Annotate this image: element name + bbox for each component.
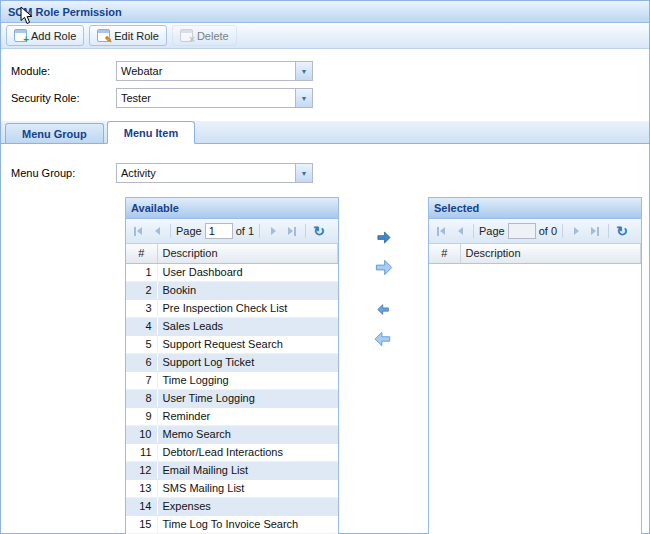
row-number-cell[interactable]: 9: [126, 407, 157, 425]
chevron-down-icon: ▼: [301, 95, 308, 102]
prev-page-button[interactable]: [452, 222, 468, 240]
remove-all-button[interactable]: [371, 327, 395, 351]
last-page-icon: [591, 227, 596, 235]
toolbar-separator: [305, 224, 306, 238]
row-description-cell[interactable]: Time Logging: [157, 371, 338, 389]
grid-row[interactable]: 14Expenses: [126, 497, 338, 515]
prev-page-icon: [458, 227, 463, 235]
row-number-cell[interactable]: 5: [126, 335, 157, 353]
menu-group-combo-trigger[interactable]: ▼: [295, 164, 312, 182]
security-role-label: Security Role:: [11, 92, 116, 104]
refresh-button[interactable]: ↻: [311, 222, 327, 240]
add-all-button[interactable]: [371, 255, 395, 279]
row-number-cell[interactable]: 11: [126, 443, 157, 461]
menu-group-combo[interactable]: Activity ▼: [116, 163, 313, 183]
security-role-combo-trigger[interactable]: ▼: [295, 89, 312, 107]
grid-row[interactable]: 7Time Logging: [126, 371, 338, 389]
next-page-button[interactable]: [568, 222, 584, 240]
row-number-cell[interactable]: 1: [126, 263, 157, 281]
toolbar-separator: [473, 224, 474, 238]
row-description-cell[interactable]: User Time Logging: [157, 389, 338, 407]
row-description-cell[interactable]: Expenses: [157, 497, 338, 515]
prev-page-button[interactable]: [149, 222, 165, 240]
page-of-label: of 0: [539, 225, 557, 237]
grid-row[interactable]: 12Email Mailing List: [126, 461, 338, 479]
module-combo[interactable]: Webatar ▼: [116, 61, 313, 81]
arrow-left-icon: [377, 303, 390, 316]
remove-selected-button[interactable]: [371, 297, 395, 321]
row-number-cell[interactable]: 6: [126, 353, 157, 371]
grid-row[interactable]: 2Bookin: [126, 281, 338, 299]
column-header-description[interactable]: Description: [460, 244, 641, 263]
row-number-cell[interactable]: 4: [126, 317, 157, 335]
last-page-button[interactable]: [587, 222, 603, 240]
add-role-button[interactable]: + Add Role: [6, 25, 84, 46]
next-page-icon: [574, 227, 579, 235]
module-combo-value: Webatar: [117, 62, 295, 80]
row-description-cell[interactable]: SMS Mailing List: [157, 479, 338, 497]
grid-row[interactable]: 5Support Request Search: [126, 335, 338, 353]
toolbar-separator: [259, 224, 260, 238]
row-number-cell[interactable]: 10: [126, 425, 157, 443]
pencil-icon: ✎: [105, 35, 113, 45]
row-description-cell[interactable]: User Dashboard: [157, 263, 338, 281]
row-number-cell[interactable]: 8: [126, 389, 157, 407]
module-combo-trigger[interactable]: ▼: [295, 62, 312, 80]
delete-icon: ×: [180, 29, 193, 42]
grid-row[interactable]: 8User Time Logging: [126, 389, 338, 407]
edit-role-button[interactable]: ✎ Edit Role: [89, 25, 167, 46]
add-role-icon: +: [14, 29, 27, 42]
arrow-right-icon: [376, 230, 391, 245]
edit-role-label: Edit Role: [114, 30, 159, 42]
row-description-cell[interactable]: Debtor/Lead Interactions: [157, 443, 338, 461]
row-number-cell[interactable]: 2: [126, 281, 157, 299]
row-description-cell[interactable]: Support Request Search: [157, 335, 338, 353]
row-number-cell[interactable]: 7: [126, 371, 157, 389]
first-page-button[interactable]: [130, 222, 146, 240]
column-header-description[interactable]: Description: [157, 244, 338, 263]
available-page-input[interactable]: [205, 223, 233, 239]
column-header-number[interactable]: #: [429, 244, 460, 263]
row-description-cell[interactable]: Time Log To Invoice Search: [157, 515, 338, 533]
refresh-button[interactable]: ↻: [614, 222, 630, 240]
last-page-icon: [288, 227, 293, 235]
delete-button[interactable]: × Delete: [172, 25, 237, 46]
first-page-icon: [440, 227, 445, 235]
prev-page-icon: [155, 227, 160, 235]
first-page-button[interactable]: [433, 222, 449, 240]
tab-menu-item[interactable]: Menu Item: [107, 121, 195, 144]
column-header-number[interactable]: #: [126, 244, 157, 263]
security-role-combo[interactable]: Tester ▼: [116, 88, 313, 108]
row-description-cell[interactable]: Bookin: [157, 281, 338, 299]
toolbar-separator: [608, 224, 609, 238]
last-page-button[interactable]: [284, 222, 300, 240]
grid-row[interactable]: 6Support Log Ticket: [126, 353, 338, 371]
row-description-cell[interactable]: Email Mailing List: [157, 461, 338, 479]
grid-row[interactable]: 3Pre Inspection Check List: [126, 299, 338, 317]
grid-row[interactable]: 11Debtor/Lead Interactions: [126, 443, 338, 461]
grid-row[interactable]: 13SMS Mailing List: [126, 479, 338, 497]
row-description-cell[interactable]: Memo Search: [157, 425, 338, 443]
grid-row[interactable]: 9Reminder: [126, 407, 338, 425]
grid-row[interactable]: 4Sales Leads: [126, 317, 338, 335]
menu-group-form-row: Menu Group: Activity ▼: [11, 163, 313, 183]
grid-row[interactable]: 15Time Log To Invoice Search: [126, 515, 338, 533]
grid-row[interactable]: 1User Dashboard: [126, 263, 338, 281]
security-role-form-row: Security Role: Tester ▼: [11, 88, 313, 108]
next-page-button[interactable]: [265, 222, 281, 240]
row-number-cell[interactable]: 3: [126, 299, 157, 317]
row-description-cell[interactable]: Sales Leads: [157, 317, 338, 335]
row-number-cell[interactable]: 14: [126, 497, 157, 515]
grid-header-row: # Description: [126, 244, 338, 263]
tab-menu-group[interactable]: Menu Group: [5, 123, 104, 143]
add-selected-button[interactable]: [371, 225, 395, 249]
grid-row[interactable]: 10Memo Search: [126, 425, 338, 443]
row-description-cell[interactable]: Pre Inspection Check List: [157, 299, 338, 317]
row-number-cell[interactable]: 15: [126, 515, 157, 533]
selected-page-input[interactable]: [508, 223, 536, 239]
row-number-cell[interactable]: 12: [126, 461, 157, 479]
next-page-icon: [271, 227, 276, 235]
row-description-cell[interactable]: Reminder: [157, 407, 338, 425]
row-description-cell[interactable]: Support Log Ticket: [157, 353, 338, 371]
row-number-cell[interactable]: 13: [126, 479, 157, 497]
